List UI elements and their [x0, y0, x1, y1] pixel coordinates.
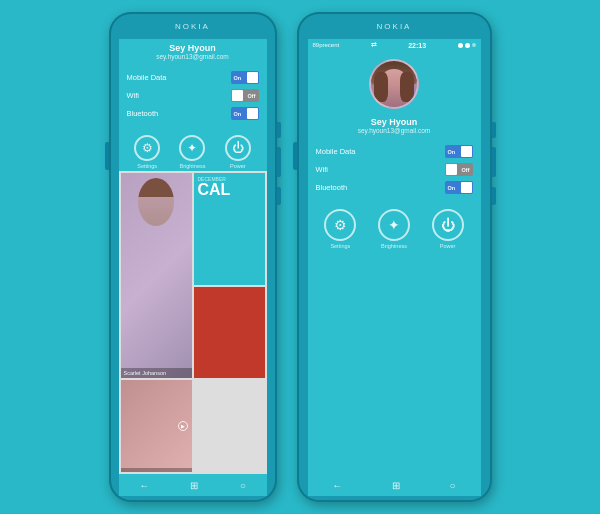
volume-up-right[interactable]	[277, 147, 281, 177]
home-button-left[interactable]: ⊞	[190, 480, 198, 491]
wifi-icon-right: ⇄	[371, 41, 377, 49]
toggle-row-mobile-data-right: Mobile Data On	[316, 145, 473, 158]
toggles-right: Mobile Data On Wifi Off Bluetooth On	[308, 139, 481, 203]
dot1-right	[458, 43, 463, 48]
wifi-state-right: Off	[462, 167, 470, 173]
back-button-left[interactable]: ←	[139, 480, 149, 491]
brightness-action-right[interactable]: ✦ Brightness	[378, 209, 410, 249]
bluetooth-state-right: On	[448, 185, 456, 191]
screen-right: 89precent ⇄ 22:13 Sey Hyoun sey.hyoun	[308, 39, 481, 496]
wifi-knob-right	[446, 164, 457, 175]
back-button-right[interactable]: ←	[332, 480, 342, 491]
wifi-label-left: Wifi	[127, 91, 140, 100]
brightness-circle-left[interactable]: ✦	[179, 135, 205, 161]
phone-left: NOKIA Sey Hyoun sey.hyoun13@gmail.com Mo…	[109, 12, 277, 502]
toggle-row-bluetooth-left: Bluetooth On	[127, 107, 259, 120]
dot3-right	[472, 43, 476, 47]
camera-button-right[interactable]	[277, 187, 281, 205]
wifi-toggle-left[interactable]: Off	[231, 89, 259, 102]
brightness-action-left[interactable]: ✦ Brightness	[179, 135, 205, 169]
tile-person2-overlay-left	[121, 468, 192, 472]
volume-button-left[interactable]	[105, 142, 109, 170]
power-action-left[interactable]: ⏻ Power	[225, 135, 251, 169]
mobile-data-label-left: Mobile Data	[127, 73, 167, 82]
settings-action-right[interactable]: ⚙ Settings	[324, 209, 356, 249]
time-right: 22:13	[408, 42, 426, 49]
power-action-right[interactable]: ⏻ Power	[432, 209, 464, 249]
settings-label-left: Settings	[137, 163, 157, 169]
wifi-toggle-right[interactable]: Off	[445, 163, 473, 176]
user-name-right: Sey Hyoun	[316, 117, 473, 127]
cal-label-left: CAL	[198, 182, 231, 198]
wifi-knob-left	[232, 90, 243, 101]
mobile-data-state-right: On	[448, 149, 456, 155]
bluetooth-label-left: Bluetooth	[127, 109, 159, 118]
settings-action-left[interactable]: ⚙ Settings	[134, 135, 160, 169]
mobile-data-toggle-left[interactable]: On	[231, 71, 259, 84]
toggles-left: Mobile Data On Wifi Off Bluetooth On	[119, 65, 267, 129]
spacer-right	[308, 251, 481, 474]
brightness-label-left: Brightness	[179, 163, 205, 169]
search-button-left[interactable]: ○	[240, 480, 246, 491]
home-button-right[interactable]: ⊞	[392, 480, 400, 491]
brand-label-right: NOKIA	[377, 22, 412, 31]
toggle-row-mobile-data-left: Mobile Data On	[127, 71, 259, 84]
tiles-grid-left: Scarlet Johanson December CAL ▶	[119, 171, 267, 474]
toggle-row-wifi-right: Wifi Off	[316, 163, 473, 176]
user-info-left: Sey Hyoun sey.hyoun13@gmail.com	[119, 39, 267, 65]
screen-left: Sey Hyoun sey.hyoun13@gmail.com Mobile D…	[119, 39, 267, 496]
play-button-left[interactable]: ▶	[178, 421, 188, 431]
tile-person-left[interactable]: Scarlet Johanson	[121, 173, 192, 378]
settings-label-right: Settings	[330, 243, 350, 249]
settings-circle-right[interactable]: ⚙	[324, 209, 356, 241]
tile-currency-left[interactable]	[194, 287, 265, 379]
user-info-right: Sey Hyoun sey.hyoun13@gmail.com	[308, 113, 481, 139]
battery-text-right: 89precent	[313, 42, 340, 48]
tile-person-overlay-left: Scarlet Johanson	[121, 368, 192, 378]
wifi-label-right: Wifi	[316, 165, 329, 174]
mobile-data-toggle-right[interactable]: On	[445, 145, 473, 158]
mobile-data-state-left: On	[234, 75, 242, 81]
brightness-circle-right[interactable]: ✦	[378, 209, 410, 241]
action-icons-left: ⚙ Settings ✦ Brightness ⏻ Power	[119, 129, 267, 171]
tile-cal-left[interactable]: December CAL	[194, 173, 265, 285]
power-button-right[interactable]	[277, 122, 281, 138]
bottom-nav-right: ← ⊞ ○	[308, 474, 481, 496]
user-email-right: sey.hyoun13@gmail.com	[316, 127, 473, 134]
power-label-right: Power	[440, 243, 456, 249]
camera-button-right-phone[interactable]	[492, 187, 496, 205]
volume-button-right-phone[interactable]	[293, 142, 297, 170]
phone-right: NOKIA 89precent ⇄ 22:13	[297, 12, 492, 502]
bluetooth-knob-right	[461, 182, 472, 193]
scarlet-name: Scarlet Johanson	[124, 370, 189, 376]
mobile-data-label-right: Mobile Data	[316, 147, 356, 156]
power-circle-right[interactable]: ⏻	[432, 209, 464, 241]
avatar-container-right	[308, 51, 481, 113]
power-button-right-phone[interactable]	[492, 122, 496, 138]
power-circle-left[interactable]: ⏻	[225, 135, 251, 161]
bluetooth-state-left: On	[234, 111, 242, 117]
avatar-hair-left-right	[374, 72, 388, 102]
power-label-left: Power	[230, 163, 246, 169]
user-email-left: sey.hyoun13@gmail.com	[127, 53, 259, 60]
settings-circle-left[interactable]: ⚙	[134, 135, 160, 161]
avatar-hair-right-right	[400, 72, 414, 102]
mobile-data-knob-right	[461, 146, 472, 157]
tile-person2-left[interactable]: ▶	[121, 380, 192, 472]
toggle-row-bluetooth-right: Bluetooth On	[316, 181, 473, 194]
dot2-right	[465, 43, 470, 48]
bluetooth-knob-left	[247, 108, 258, 119]
user-name-left: Sey Hyoun	[127, 43, 259, 53]
status-icons-right: ⇄	[371, 41, 377, 49]
mobile-data-knob-left	[247, 72, 258, 83]
bottom-nav-left: ← ⊞ ○	[119, 474, 267, 496]
bluetooth-label-right: Bluetooth	[316, 183, 348, 192]
action-icons-right: ⚙ Settings ✦ Brightness ⏻ Power	[308, 203, 481, 251]
brand-label-left: NOKIA	[175, 22, 210, 31]
bluetooth-toggle-right[interactable]: On	[445, 181, 473, 194]
search-button-right[interactable]: ○	[450, 480, 456, 491]
toggle-row-wifi-left: Wifi Off	[127, 89, 259, 102]
volume-up-right-phone[interactable]	[492, 147, 496, 177]
bluetooth-toggle-left[interactable]: On	[231, 107, 259, 120]
signal-dots-right	[458, 43, 476, 48]
